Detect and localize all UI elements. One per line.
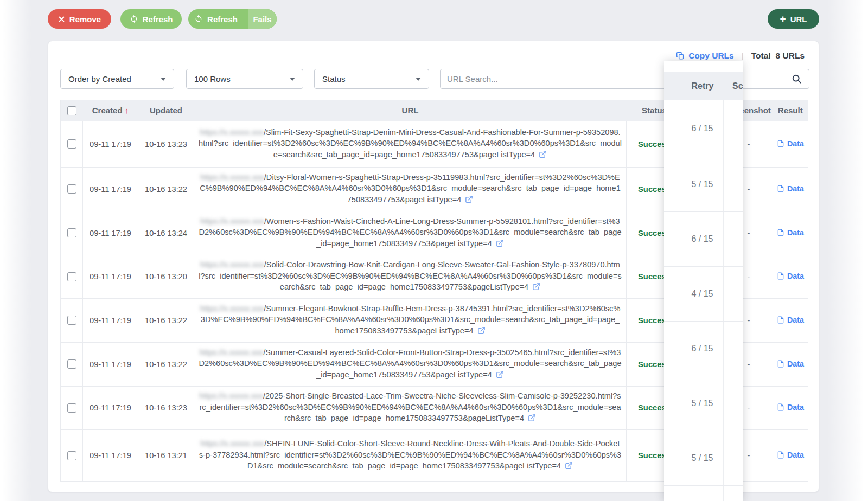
row-select-cell	[61, 342, 83, 386]
row-checkbox[interactable]	[67, 403, 76, 413]
row-checkbox[interactable]	[67, 316, 76, 325]
url-cell: https://x.xxxxx.xxx/Summer-Casual-Layere…	[194, 342, 627, 386]
row-checkbox[interactable]	[67, 228, 76, 237]
fails-label: Fails	[253, 15, 271, 24]
ghost-screenshot-sliver	[724, 212, 743, 266]
ghost-retry-cell: 6 / 15	[681, 212, 724, 266]
ghost-retry-cell: 5 / 15	[681, 157, 724, 211]
select-all-checkbox[interactable]	[67, 106, 76, 115]
updated-cell: 10-16 13:22	[138, 298, 194, 342]
ghost-status-sliver	[664, 431, 681, 485]
updated-cell: 10-16 13:23	[138, 386, 194, 429]
external-link-icon[interactable]	[465, 195, 473, 207]
external-link-icon[interactable]	[496, 370, 504, 382]
data-link[interactable]: Data	[777, 316, 804, 324]
result-column-header: Result	[773, 100, 808, 121]
search-icon[interactable]	[791, 73, 802, 85]
url-search-box	[440, 69, 809, 89]
fails-segment: Fails	[248, 9, 277, 29]
x-icon	[58, 16, 65, 23]
external-link-icon[interactable]	[532, 282, 540, 294]
copy-urls-link[interactable]: Copy URLs	[676, 51, 734, 61]
ghost-retry-cell: 5 / 15	[681, 376, 724, 431]
created-cell: 09-11 17:19	[83, 342, 138, 386]
ghost-row	[664, 486, 743, 501]
created-cell: 09-11 17:19	[83, 167, 138, 211]
url-cell: https://x.xxxxx.xxx/Solid-Color-Drawstri…	[194, 255, 627, 298]
status-filter-select[interactable]: Status	[314, 69, 429, 89]
data-link[interactable]: Data	[777, 272, 804, 280]
plus-icon: +	[780, 14, 786, 24]
updated-cell: 10-16 13:21	[138, 429, 194, 481]
document-icon	[777, 140, 784, 147]
ghost-row: 4 / 15	[664, 267, 743, 322]
ghost-row: 6 / 15	[664, 212, 743, 267]
row-select-cell	[61, 298, 83, 342]
row-checkbox[interactable]	[67, 184, 76, 194]
data-link[interactable]: Data	[777, 403, 804, 412]
updated-column-header: Updated	[138, 100, 194, 121]
ghost-header: Retry Screenshot	[664, 72, 743, 100]
ghost-screenshot-header-label: Screenshot	[732, 72, 743, 100]
add-url-button[interactable]: + URL	[768, 9, 819, 29]
result-cell: Data	[773, 298, 808, 342]
refresh-fails-label: Refresh	[207, 15, 238, 24]
url-cell: https://x.xxxxx.xxx/2025-Short-Single-Br…	[194, 386, 627, 429]
data-link[interactable]: Data	[777, 184, 804, 193]
external-link-icon[interactable]	[539, 150, 547, 162]
redacted-domain: https://x.xxxxx.xxx	[199, 391, 263, 400]
remove-button[interactable]: Remove	[48, 9, 111, 29]
ghost-retry-cell: 6 / 15	[681, 322, 724, 376]
ghost-screenshot-sliver	[724, 267, 743, 321]
chevron-down-icon	[416, 78, 421, 81]
external-link-icon[interactable]	[496, 239, 504, 251]
redacted-domain: https://x.xxxxx.xxx	[201, 439, 265, 448]
data-link-label: Data	[787, 272, 804, 280]
rows-per-page-value: 100 Rows	[194, 74, 231, 84]
row-checkbox[interactable]	[67, 451, 76, 460]
row-checkbox[interactable]	[67, 139, 76, 149]
redacted-domain: https://x.xxxxx.xxx	[200, 348, 264, 357]
ghost-row: 5 / 15	[664, 376, 743, 431]
document-icon	[777, 229, 784, 236]
data-link[interactable]: Data	[777, 359, 804, 368]
retry-count: 4 / 15	[691, 289, 713, 299]
summary-bar: Copy URLs | Total 8 URLs	[676, 51, 805, 61]
data-link-label: Data	[787, 228, 804, 237]
data-link[interactable]: Data	[777, 451, 804, 459]
updated-cell: 10-16 13:20	[138, 255, 194, 298]
external-link-icon[interactable]	[565, 461, 573, 473]
rows-per-page-select[interactable]: 100 Rows	[186, 69, 303, 89]
data-link[interactable]: Data	[777, 139, 804, 148]
external-link-icon[interactable]	[528, 414, 536, 425]
refresh-button[interactable]: Refresh	[120, 9, 182, 29]
ghost-status-sliver	[664, 486, 681, 501]
data-link-label: Data	[787, 184, 804, 193]
ghost-status-sliver	[664, 322, 681, 376]
document-icon	[777, 185, 784, 192]
created-column-header[interactable]: Created ↑	[83, 100, 138, 121]
order-by-value: Order by Created	[68, 74, 131, 84]
total-value: 8 URLs	[776, 51, 805, 61]
ghost-status-sliver	[664, 157, 681, 211]
row-checkbox[interactable]	[67, 359, 76, 369]
ghost-row: 5 / 15	[664, 157, 743, 212]
ghost-screenshot-sliver	[724, 376, 743, 431]
order-by-select[interactable]: Order by Created	[60, 69, 174, 89]
created-header-label: Created	[92, 106, 123, 115]
external-link-icon[interactable]	[477, 326, 486, 338]
ghost-status-sliver	[664, 376, 681, 431]
result-cell: Data	[773, 211, 808, 255]
updated-cell: 10-16 13:22	[138, 342, 194, 386]
row-select-cell	[61, 386, 83, 429]
updated-cell: 10-16 13:22	[138, 167, 194, 211]
result-cell: Data	[773, 386, 808, 429]
refresh-fails-button[interactable]: Refresh Fails	[188, 9, 277, 29]
redacted-domain: https://x.xxxxx.xxx	[200, 260, 264, 269]
created-cell: 09-11 17:19	[83, 429, 138, 481]
data-link[interactable]: Data	[777, 228, 804, 237]
result-cell: Data	[773, 255, 808, 298]
row-checkbox[interactable]	[67, 272, 76, 281]
redacted-domain: https://x.xxxxx.xxx	[200, 217, 264, 226]
ghost-row: 6 / 15	[664, 100, 743, 157]
